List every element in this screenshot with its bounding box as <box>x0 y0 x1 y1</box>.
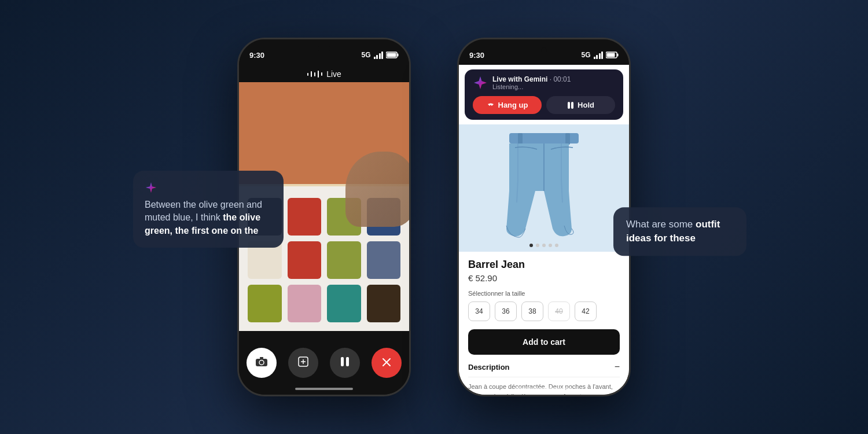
camera-button[interactable] <box>247 348 277 378</box>
product-image-area <box>459 124 629 252</box>
size-button-38[interactable]: 38 <box>521 301 543 321</box>
carousel-dots <box>529 244 558 247</box>
color-swatch <box>367 285 401 322</box>
dot-2 <box>536 244 539 247</box>
hang-up-icon <box>487 101 495 109</box>
right-phone-time: 9:30 <box>469 51 484 60</box>
svg-rect-20 <box>565 133 570 145</box>
dot-3 <box>542 244 546 247</box>
left-speech-bubble: Between the olive green and muted blue, … <box>133 171 284 248</box>
color-swatch <box>327 241 361 279</box>
description-label: Description <box>468 363 510 372</box>
right-home-indicator <box>515 388 573 390</box>
gemini-icon-left <box>145 181 157 194</box>
svg-rect-5 <box>260 357 263 359</box>
right-signal-bars <box>594 52 604 59</box>
svg-rect-2 <box>387 53 396 57</box>
description-collapse-icon: − <box>615 362 620 372</box>
live-audio-icon <box>307 71 323 78</box>
right-phone-notch: 9:30 5G <box>459 39 629 65</box>
hang-up-button[interactable]: Hang up <box>473 96 542 114</box>
size-button-36[interactable]: 36 <box>495 301 517 321</box>
hold-button[interactable]: Hold <box>546 96 615 114</box>
color-swatch <box>288 241 322 279</box>
svg-rect-16 <box>568 102 570 109</box>
hand-overlay <box>345 152 409 227</box>
gemini-notif-subtitle: Listening... <box>492 83 615 90</box>
gemini-notif-top: Live with Gemini · 00:01 Listening... <box>473 75 615 90</box>
right-battery-icon <box>606 52 619 58</box>
right-network: 5G <box>581 51 590 59</box>
dot-5 <box>555 244 558 247</box>
gemini-notif-title: Live with Gemini · 00:01 <box>492 75 615 83</box>
pause-button[interactable] <box>330 348 360 378</box>
svg-rect-17 <box>571 102 573 109</box>
left-status-bar-right: 5G <box>361 51 399 59</box>
right-phone-content: Live with Gemini · 00:01 Listening... <box>459 65 629 395</box>
color-swatch <box>288 285 322 322</box>
product-details: Barrel Jean € 52.90 Sélectionner la tail… <box>459 252 629 395</box>
right-phone: 9:30 5G <box>457 38 631 396</box>
sizes-container[interactable]: 3436384042 <box>468 301 620 321</box>
left-bubble-text: Between the olive green and muted blue, … <box>145 198 272 237</box>
color-swatch <box>327 285 361 322</box>
close-icon <box>382 357 391 369</box>
size-button-42[interactable]: 42 <box>575 301 597 321</box>
svg-rect-10 <box>346 357 349 366</box>
gemini-notification: Live with Gemini · 00:01 Listening... <box>465 69 623 120</box>
color-swatch <box>367 241 401 279</box>
svg-rect-1 <box>398 54 399 57</box>
pause-icon <box>340 356 350 370</box>
svg-rect-15 <box>607 53 615 57</box>
right-camera-cutout <box>541 47 547 53</box>
live-label: Live <box>326 69 341 79</box>
color-swatch <box>248 285 282 322</box>
product-name: Barrel Jean <box>468 259 620 271</box>
gemini-notif-text: Live with Gemini · 00:01 Listening... <box>492 75 615 90</box>
left-side: Between the olive green and muted blue, … <box>237 38 411 396</box>
add-to-cart-button[interactable]: Add to cart <box>468 329 620 355</box>
hold-icon <box>567 101 574 109</box>
add-button[interactable] <box>288 348 318 378</box>
right-side: 9:30 5G <box>457 38 631 396</box>
live-bar: Live <box>239 65 409 82</box>
color-swatch <box>288 198 322 236</box>
gemini-notif-icon <box>473 75 488 90</box>
left-pill-cutout <box>317 46 332 51</box>
left-signal-bars <box>374 52 384 59</box>
left-battery-icon <box>386 52 399 58</box>
product-price: € 52.90 <box>468 273 620 283</box>
left-phone-time: 9:30 <box>249 51 264 60</box>
add-icon <box>298 356 308 370</box>
svg-rect-9 <box>341 357 344 366</box>
camera-icon <box>256 357 267 369</box>
svg-rect-19 <box>518 133 523 145</box>
dot-1 <box>529 244 533 247</box>
gemini-notif-buttons[interactable]: Hang up Hold <box>473 96 615 114</box>
size-label: Sélectionner la taille <box>468 290 620 297</box>
right-status-bar-right: 5G <box>581 51 619 59</box>
left-home-indicator <box>295 388 353 390</box>
left-network: 5G <box>361 51 370 59</box>
phone-controls[interactable] <box>239 331 409 395</box>
left-phone-notch: 9:30 5G <box>239 39 409 65</box>
jeans-image <box>498 133 590 243</box>
size-button-40[interactable]: 40 <box>548 301 570 321</box>
close-button[interactable] <box>372 348 402 378</box>
size-button-34[interactable]: 34 <box>468 301 490 321</box>
description-row: Description − <box>468 362 620 377</box>
right-speech-bubble: What are some outfit ideas for these <box>613 207 746 256</box>
main-scene: Between the olive green and muted blue, … <box>0 0 868 434</box>
right-bubble-text: What are some outfit ideas for these <box>626 218 734 245</box>
svg-rect-14 <box>617 54 619 57</box>
dot-4 <box>549 244 552 247</box>
